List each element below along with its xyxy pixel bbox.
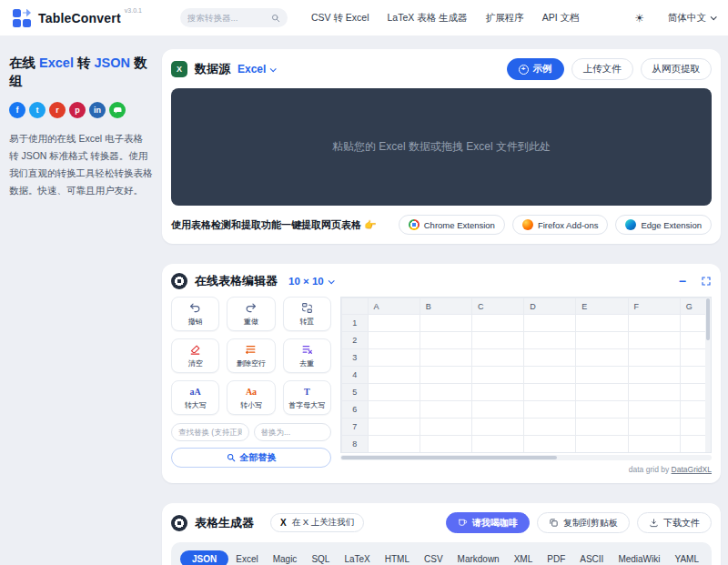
replace-all-button[interactable]: 全部替换 <box>171 448 331 468</box>
search-input[interactable] <box>187 13 271 23</box>
grid-cell[interactable] <box>524 401 576 419</box>
grid-cell[interactable] <box>576 419 628 436</box>
grid-size-dropdown[interactable]: 10 × 10 <box>288 276 333 287</box>
grid-cell[interactable] <box>576 367 628 384</box>
grid-cell[interactable] <box>628 419 680 436</box>
horizontal-scrollbar[interactable] <box>340 455 712 460</box>
clear-button[interactable]: 清空 <box>171 338 219 373</box>
spreadsheet-grid[interactable]: ABCDEFG12345678 <box>340 297 712 453</box>
edge-extension-button[interactable]: Edge Extension <box>615 215 712 235</box>
grid-cell[interactable] <box>420 349 471 367</box>
grid-row-header[interactable]: 8 <box>342 436 369 453</box>
grid-row-header[interactable]: 3 <box>342 349 369 367</box>
tab-xml[interactable]: XML <box>507 550 541 565</box>
theme-toggle-sun-icon[interactable]: ☀ <box>634 12 644 25</box>
to-uppercase-button[interactable]: aA 转大写 <box>171 380 219 415</box>
grid-cell[interactable] <box>471 401 523 419</box>
scrollbar-thumb[interactable] <box>706 298 710 340</box>
reddit-icon[interactable]: r <box>49 102 66 118</box>
grid-cell[interactable] <box>628 315 680 332</box>
grid-cell[interactable] <box>368 349 420 367</box>
tab-html[interactable]: HTML <box>378 550 417 565</box>
tab-mediawiki[interactable]: MediaWiki <box>611 550 667 565</box>
grid-cell[interactable] <box>368 332 420 349</box>
buy-coffee-button[interactable]: 请我喝咖啡 <box>446 512 530 533</box>
linkedin-icon[interactable]: in <box>89 102 106 118</box>
grid-column-header[interactable]: F <box>628 298 680 315</box>
nav-csv-to-excel[interactable]: CSV 转 Excel <box>311 12 369 25</box>
grid-cell[interactable] <box>628 332 680 349</box>
grid-row-header[interactable]: 4 <box>342 367 369 384</box>
grid-cell[interactable] <box>524 315 576 332</box>
find-input[interactable] <box>171 423 249 441</box>
grid-cell[interactable] <box>576 401 628 419</box>
grid-column-header[interactable]: D <box>524 298 576 315</box>
tab-excel[interactable]: Excel <box>228 550 265 565</box>
vertical-scrollbar[interactable] <box>705 298 711 453</box>
grid-cell[interactable] <box>524 367 576 384</box>
grid-column-header[interactable]: A <box>368 298 420 315</box>
grid-row-header[interactable]: 2 <box>342 332 369 349</box>
tab-yaml[interactable]: YAML <box>668 550 707 565</box>
grid-cell[interactable] <box>524 332 576 349</box>
grid-cell[interactable] <box>368 436 420 453</box>
grid-row-header[interactable]: 7 <box>342 419 369 436</box>
datagridxl-link[interactable]: DataGridXL <box>672 465 712 474</box>
grid-cell[interactable] <box>524 436 576 453</box>
grid-cell[interactable] <box>628 367 680 384</box>
capitalize-button[interactable]: T 首字母大写 <box>283 380 331 415</box>
firefox-addons-button[interactable]: Firefox Add-ons <box>512 215 609 235</box>
grid-cell[interactable] <box>628 349 680 367</box>
line-icon[interactable] <box>109 102 126 118</box>
excel-dropzone[interactable]: 粘贴您的 Excel 数据或拖拽 Excel 文件到此处 <box>171 88 712 206</box>
grid-column-header[interactable]: B <box>420 298 471 315</box>
example-button[interactable]: + 示例 <box>507 58 564 80</box>
grid-cell[interactable] <box>368 401 420 419</box>
pinterest-icon[interactable]: p <box>69 102 86 118</box>
nav-extensions[interactable]: 扩展程序 <box>486 12 524 25</box>
search-box[interactable] <box>180 8 288 27</box>
grid-cell[interactable] <box>628 436 680 453</box>
brand-title[interactable]: TableConvert <box>38 11 121 25</box>
tab-markdown[interactable]: Markdown <box>450 550 507 565</box>
grid-cell[interactable] <box>628 384 680 401</box>
grid-cell[interactable] <box>524 419 576 436</box>
source-format-dropdown[interactable]: Excel <box>238 63 275 76</box>
grid-cell[interactable] <box>368 384 420 401</box>
grid-cell[interactable] <box>576 436 628 453</box>
grid-cell[interactable] <box>420 419 471 436</box>
twitter-icon[interactable]: t <box>29 102 46 118</box>
grid-cell[interactable] <box>576 332 628 349</box>
grid-cell[interactable] <box>420 315 471 332</box>
tab-json[interactable]: JSON <box>180 550 228 565</box>
scrollbar-thumb[interactable] <box>341 456 557 459</box>
fullscreen-icon[interactable] <box>701 276 712 287</box>
grid-cell[interactable] <box>628 401 680 419</box>
extract-from-url-button[interactable]: 从网页提取 <box>641 58 713 80</box>
grid-cell[interactable] <box>524 384 576 401</box>
redo-button[interactable]: 重做 <box>227 297 275 331</box>
replace-input[interactable] <box>254 423 332 441</box>
transpose-button[interactable]: 转置 <box>283 297 331 331</box>
tab-csv[interactable]: CSV <box>417 550 450 565</box>
tab-sql[interactable]: SQL <box>304 550 337 565</box>
nav-api-docs[interactable]: API 文档 <box>542 12 580 25</box>
copy-to-clipboard-button[interactable]: 复制到剪贴板 <box>537 512 630 533</box>
tab-magic[interactable]: Magic <box>266 550 305 565</box>
title-link-json[interactable]: JSON <box>95 55 131 70</box>
grid-column-header[interactable]: E <box>576 298 628 315</box>
grid-cell[interactable] <box>471 384 523 401</box>
tableconvert-logo-icon[interactable] <box>13 9 31 27</box>
grid-column-header[interactable]: C <box>471 298 523 315</box>
grid-cell[interactable] <box>471 419 523 436</box>
undo-button[interactable]: 撤销 <box>171 297 219 331</box>
deduplicate-button[interactable]: 去重 <box>283 338 331 373</box>
delete-empty-rows-button[interactable]: 删除空行 <box>227 338 275 373</box>
tab-ascii[interactable]: ASCII <box>572 550 611 565</box>
language-selector[interactable]: 简体中文 <box>668 12 715 25</box>
grid-cell[interactable] <box>368 367 420 384</box>
grid-row-header[interactable]: 5 <box>342 384 369 401</box>
grid-cell[interactable] <box>420 367 471 384</box>
facebook-icon[interactable]: f <box>9 102 25 118</box>
grid-cell[interactable] <box>420 401 471 419</box>
